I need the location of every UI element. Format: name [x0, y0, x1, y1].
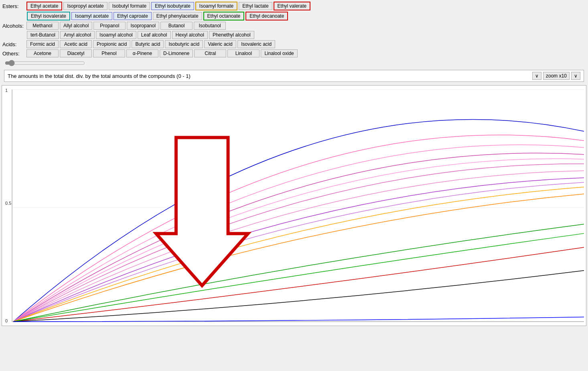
compound-btn[interactable]: Isobutyric acid	[165, 40, 203, 48]
top-panel: Esters: Ethyl acetateIsopropyl acetateIs…	[0, 0, 588, 84]
chart-svg	[2, 86, 586, 326]
alcohols-label: Alcohols:	[2, 23, 24, 29]
compound-btn[interactable]: Ethyl decanoate	[245, 12, 288, 20]
compound-btn[interactable]: Isovaleric acid	[237, 40, 275, 48]
compound-btn[interactable]: Isoamyl alcohol	[96, 31, 136, 39]
compound-btn[interactable]: Ethyl octanoate	[203, 12, 245, 20]
zoom-dropdown-button[interactable]: ∨	[571, 72, 580, 80]
chart-line	[13, 159, 584, 322]
compound-btn[interactable]: Phenol	[93, 49, 125, 57]
compound-btn[interactable]: tert-Butanol	[27, 31, 59, 39]
chart-line	[13, 178, 584, 322]
others-label: Others:	[2, 51, 24, 57]
others-row: Others: AcetoneDiacetylPhenolα-PineneD-L…	[2, 49, 586, 57]
compound-btn[interactable]: Ethyl isovalerate	[27, 12, 70, 20]
bottom-controls: The amounts in the total dist. div. by t…	[4, 70, 584, 82]
compound-btn[interactable]: Isopropyl acetate	[63, 2, 107, 10]
chart-description: The amounts in the total dist. div. by t…	[8, 73, 531, 79]
chart-line	[13, 171, 584, 322]
y-axis-top: 1	[5, 88, 8, 93]
compound-btn[interactable]: Butanol	[160, 22, 193, 30]
compound-btn[interactable]: Butyric acid	[132, 40, 164, 48]
chart-line	[13, 187, 584, 322]
compound-btn[interactable]: Diacetyl	[60, 49, 92, 57]
compound-btn[interactable]: Isobutyl formate	[109, 2, 150, 10]
alcohols-row2: tert-ButanolAmyl alcoholIsoamyl alcoholL…	[2, 31, 586, 39]
compound-btn[interactable]: Ethyl lactate	[239, 2, 272, 10]
compound-btn[interactable]: D-Limonene	[160, 49, 193, 57]
compound-btn[interactable]: α-Pinene	[126, 49, 158, 57]
compound-btn[interactable]: Acetone	[26, 49, 59, 57]
slider-row	[2, 59, 586, 68]
acids-row: Acids: Formic acidAcetic acidPropionic a…	[2, 40, 586, 48]
compound-btn[interactable]: Acetic acid	[60, 40, 92, 48]
compound-btn[interactable]: Isobutanol	[194, 22, 226, 30]
compound-btn[interactable]: Methanol	[26, 22, 59, 30]
compound-btn[interactable]: Isopropanol	[127, 22, 159, 30]
compound-btn[interactable]: Amyl alcohol	[60, 31, 95, 39]
alcohols-row1: Alcohols: MethanolAllyl alcoholPropanolI…	[2, 22, 586, 30]
esters-row2: Ethyl isovalerateIsoamyl acetateEthyl ca…	[2, 12, 586, 20]
compound-btn[interactable]: Propionic acid	[93, 40, 130, 48]
compound-btn[interactable]: Linalool oxide	[261, 49, 297, 57]
zoom-slider[interactable]	[5, 60, 85, 66]
zoom-label[interactable]: zoom x10	[543, 72, 570, 80]
compound-btn[interactable]: Allyl alcohol	[60, 22, 92, 30]
acids-label: Acids:	[2, 41, 24, 47]
compound-btn[interactable]: Leaf alcohol	[138, 31, 171, 39]
compound-btn[interactable]: Propanol	[93, 22, 126, 30]
compound-btn[interactable]: Ethyl caproate	[114, 12, 152, 20]
chart-line	[13, 119, 584, 322]
compound-btn[interactable]: Isoamyl acetate	[71, 12, 112, 20]
chart-line	[13, 135, 584, 322]
compound-btn[interactable]: Ethyl acetate	[26, 2, 62, 10]
compound-btn[interactable]: Ethyl isobutyrate	[151, 2, 194, 10]
compound-btn[interactable]: Hexyl alcohol	[172, 31, 208, 39]
compound-btn[interactable]: Ethyl valerate	[274, 2, 311, 10]
y-axis-mid: 0.5	[5, 201, 11, 206]
compound-btn[interactable]: Ethyl phenylacetate	[153, 12, 202, 20]
chart-line	[13, 317, 584, 322]
compound-btn[interactable]: Citral	[194, 49, 226, 57]
chart-line	[13, 271, 584, 322]
esters-row1: Esters: Ethyl acetateIsopropyl acetateIs…	[2, 2, 586, 10]
compound-btn[interactable]: Linalool	[227, 49, 260, 57]
compound-btn[interactable]: Phenethyl alcohol	[209, 31, 254, 39]
compound-btn[interactable]: Valeric acid	[204, 40, 236, 48]
chart-line	[13, 145, 584, 322]
chart-line	[13, 164, 584, 322]
chart-area: 1 0.5 0	[2, 85, 586, 326]
compound-btn[interactable]: Isoamyl formate	[195, 2, 237, 10]
desc-dropdown-button[interactable]: ∨	[532, 72, 541, 80]
compound-btn[interactable]: Formic acid	[26, 40, 59, 48]
y-axis-bot: 0	[5, 318, 8, 323]
chart-line	[13, 194, 584, 322]
esters-label: Esters:	[2, 3, 24, 9]
